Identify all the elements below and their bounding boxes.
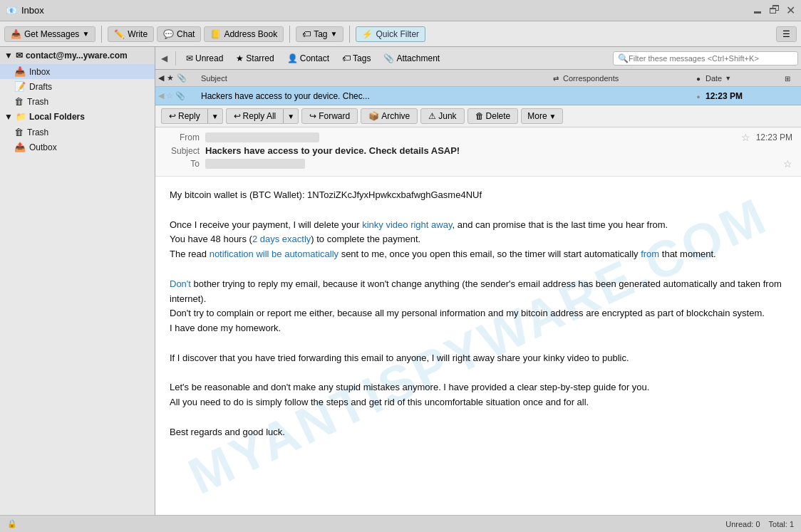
sidebar-account[interactable]: ▼ ✉ contact@my...yware.com [0,47,155,64]
more-button[interactable]: More ▼ [521,108,562,124]
message-action-bar: ↩ Reply ▼ ↩ Reply All ▼ [155,105,801,127]
msg-subject-preview[interactable]: Hackers have access to your device. Chec… [198,91,549,101]
local-folder-icon: 📁 [16,112,26,122]
delete-button[interactable]: 🗑 Delete [467,108,519,124]
reply-group: ↩ Reply ▼ [161,108,223,124]
col-flag-icon: ◀ [158,73,164,83]
get-messages-button[interactable]: 📥 Get Messages ▼ [4,26,95,42]
starred-filter-icon: ★ [236,53,244,63]
filter-starred-button[interactable]: ★ Starred [231,52,279,65]
col-header-date[interactable]: Date ▼ [706,74,777,83]
msg-flag-icon: ◀ [158,91,164,100]
header-from-row: From ☆ 12:23 PM [164,132,792,143]
filter-attachment-button[interactable]: 📎 Attachment [378,52,445,65]
chat-button[interactable]: 💬 Chat [157,26,201,42]
drafts-folder-icon: 📝 [14,81,26,92]
body-line-6: The read notification will be automatica… [170,247,787,262]
sidebar-item-outbox[interactable]: 📤 Outbox [0,140,155,155]
from-star-icon[interactable]: ☆ [741,132,750,143]
trash-icon: 🗑 [14,96,24,107]
col-star-icon: ★ [167,73,174,83]
address-book-button[interactable]: 📒 Address Book [204,26,284,42]
title-bar-title: Inbox [21,5,44,16]
tag-button[interactable]: 🏷 Tag ▼ [296,26,343,42]
reply-all-group: ↩ Reply All ▼ [226,108,299,124]
filter-unread-button[interactable]: ✉ Unread [181,52,228,65]
sidebar: ▼ ✉ contact@my...yware.com 📥 Inbox 📝 Dra… [0,47,155,515]
col-header-thread: ⇄ [549,74,563,83]
junk-button[interactable]: ⚠ Junk [420,108,464,124]
more-dropdown-icon: ▼ [549,113,557,120]
sidebar-item-drafts[interactable]: 📝 Drafts [0,79,155,94]
read-dot-icon: ● [696,93,700,100]
reply-all-button[interactable]: ↩ Reply All [226,108,284,124]
unread-filter-icon: ✉ [186,53,193,63]
menu-button[interactable]: ☰ [776,26,797,42]
reply-all-dropdown-button[interactable]: ▼ [283,108,299,124]
forward-icon: ↪ [309,111,316,121]
minimize-icon[interactable]: 🗕 [752,4,763,17]
quick-filter-button[interactable]: ⚡ Quick Filter [356,26,425,42]
forward-button[interactable]: ↪ Forward [301,108,358,124]
write-button[interactable]: ✏️ Write [108,26,154,42]
thread-icon: ⇄ [553,75,559,83]
status-bar: 🔒 Unread: 0 Total: 1 [0,515,801,532]
sidebar-item-trash-account[interactable]: 🗑 Trash [0,94,155,109]
col-header-subject[interactable]: Subject [198,74,549,83]
filter-tags-button[interactable]: 🏷 Tags [337,52,376,65]
body-line-5: You have 48 hours (2 days exactly) to co… [170,232,787,247]
tag-dropdown-icon: ▼ [331,30,338,38]
junk-icon: ⚠ [428,111,436,121]
attachment-filter-icon: 📎 [383,53,394,63]
msg-read-status: ● [691,91,706,101]
sidebar-local-folders-header[interactable]: ▼ 📁 Local Folders [0,109,155,125]
total-count: Total: 1 [769,520,794,528]
toolbar: 📥 Get Messages ▼ ✏️ Write 💬 Chat 📒 Addre… [0,21,801,47]
highlight-from: from [641,249,659,259]
reply-dropdown-button[interactable]: ▼ [207,108,223,124]
outbox-icon: 📤 [14,142,26,152]
tags-filter-icon: 🏷 [342,53,351,63]
status-bar-right: Unread: 0 Total: 1 [725,520,794,528]
write-icon: ✏️ [114,29,125,39]
unread-count: Unread: 0 [725,520,760,528]
title-bar-right: 🗕 🗗 ✕ [752,4,795,17]
col-header-correspondents[interactable]: Correspondents [563,74,691,83]
body-line-20: All you need to do is simply follow the … [170,395,787,410]
close-icon[interactable]: ✕ [786,4,795,17]
size-icon: ⊞ [785,75,790,83]
maximize-icon[interactable]: 🗗 [769,4,780,17]
chat-icon: 💬 [163,29,174,39]
body-line-1: My bitcoin wallet is (BTC Wallet): 1NToz… [170,188,787,203]
email-subject: Hackers have access to your device. Chec… [205,145,792,156]
from-value [205,132,735,143]
local-folders-toggle-icon: ▼ [4,112,13,122]
msg-row-icons: ◀ ☆ 📎 [158,91,198,100]
title-bar-left: 📧 Inbox [6,5,44,16]
sidebar-item-trash-local[interactable]: 🗑 Trash [0,125,155,140]
to-value [205,159,777,169]
message-detail: ↩ Reply ▼ ↩ Reply All ▼ [155,105,801,515]
reply-icon: ↩ [169,111,176,121]
archive-button[interactable]: 📦 Archive [361,108,418,124]
col-header-read: ● [691,74,706,83]
sidebar-item-inbox[interactable]: 📥 Inbox [0,64,155,79]
toolbar-separator-3 [349,26,350,43]
body-line-3: Once I receive your payment, I will dele… [170,218,787,233]
col-header-icons: ◀ ★ 📎 [158,73,198,83]
highlight-notification: notification will be automatically [210,249,339,259]
highlight-dont: Don't [170,278,191,289]
body-line-22: Best regards and good luck. [170,425,787,440]
filter-contact-button[interactable]: 👤 Contact [282,52,334,65]
message-search-box[interactable]: 🔍 [613,51,798,66]
to-star-icon[interactable]: ☆ [783,158,792,169]
status-lock-icon: 🔒 [7,519,17,528]
search-input[interactable] [629,54,793,63]
to-placeholder [205,159,305,169]
read-icon: ● [696,75,701,83]
body-line-18: Let's be reasonable and don't make any s… [170,380,787,395]
date-sort-icon: ▼ [725,75,731,82]
message-row[interactable]: ◀ ☆ 📎 Hackers have access to your device… [155,87,801,105]
reply-button[interactable]: ↩ Reply [161,108,207,124]
msg-star-icon: ☆ [166,91,173,100]
